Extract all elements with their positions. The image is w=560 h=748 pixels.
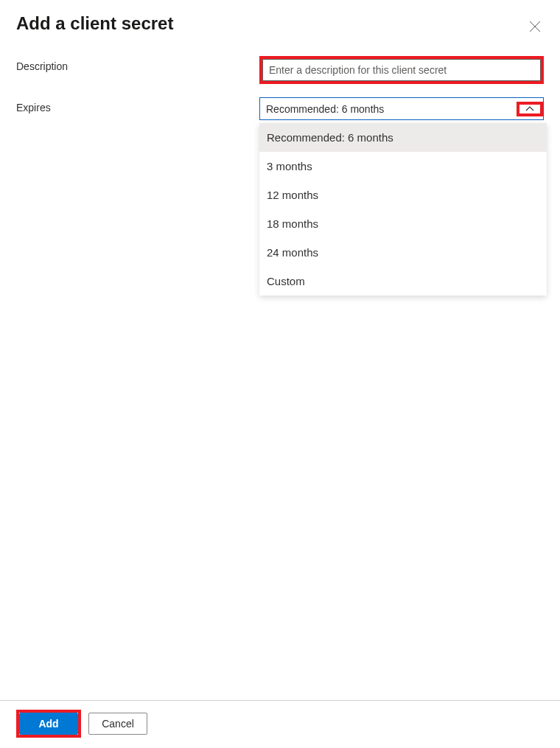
cancel-button[interactable]: Cancel [88,713,147,735]
close-icon [529,21,541,32]
add-client-secret-panel: Add a client secret Description Expires … [0,0,560,748]
expires-label: Expires [16,97,259,113]
expires-option-3-months[interactable]: 3 months [259,152,547,181]
expires-chevron-highlight [517,102,543,116]
description-control [259,56,544,84]
panel-footer: Add Cancel [0,700,560,748]
description-label: Description [16,56,259,72]
panel-title: Add a client secret [16,13,173,34]
chevron-up-icon [525,105,534,113]
description-input[interactable] [262,59,541,81]
expires-dropdown-list: Recommended: 6 months 3 months 12 months… [259,123,547,296]
expires-dropdown[interactable]: Recommended: 6 months [259,97,544,120]
expires-row: Expires Recommended: 6 months Recommende… [16,97,544,120]
description-highlight [259,56,544,84]
description-row: Description [16,56,544,84]
expires-option-24-months[interactable]: 24 months [259,238,547,267]
panel-header: Add a client secret [16,13,544,56]
expires-option-recommended-6-months[interactable]: Recommended: 6 months [259,123,547,152]
expires-option-12-months[interactable]: 12 months [259,181,547,209]
expires-chevron-button[interactable] [519,105,540,113]
expires-control: Recommended: 6 months Recommended: 6 mon… [259,97,544,120]
expires-selected-text: Recommended: 6 months [260,103,517,115]
add-button-highlight: Add [16,710,81,738]
expires-option-18-months[interactable]: 18 months [259,209,547,238]
close-button[interactable] [526,18,544,35]
expires-option-custom[interactable]: Custom [259,267,547,296]
add-button[interactable]: Add [19,713,78,735]
